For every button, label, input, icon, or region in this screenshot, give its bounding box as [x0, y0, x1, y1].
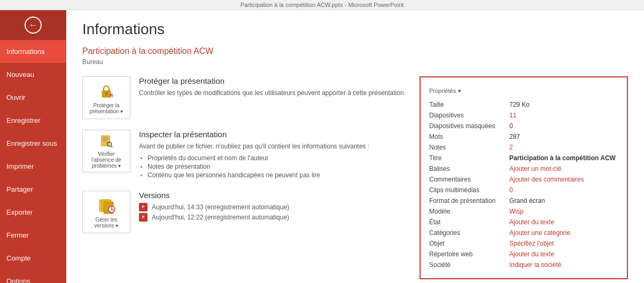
- prop-value: 0: [509, 122, 618, 130]
- prop-row: Notes2: [429, 144, 618, 151]
- prop-label: Commentaires: [429, 176, 509, 183]
- prop-row: CatégoriesAjouter une catégorie: [429, 229, 618, 237]
- prop-value[interactable]: Indiquer la société: [509, 261, 618, 269]
- version-item: PAujourd'hui, 14:33 (enregistrement auto…: [139, 203, 289, 211]
- content-area: Informations Participation à la compétit…: [66, 10, 644, 283]
- prop-value: 0: [509, 186, 618, 194]
- prop-row: Diapositives11: [429, 112, 618, 119]
- prop-value[interactable]: Spécifiez l'objet: [509, 240, 618, 247]
- prop-label: Répertoire web: [429, 250, 509, 258]
- section-desc-inspecter: Avant de publier ce fichier, n'oubliez p…: [139, 142, 369, 151]
- prop-label: Clips multimédias: [429, 186, 509, 194]
- prop-row: Diapositives masquées0: [429, 122, 618, 130]
- sidebar-item-imprimer[interactable]: Imprimer: [0, 155, 66, 178]
- sidebar-item-nouveau[interactable]: Nouveau: [0, 63, 66, 86]
- svg-rect-2: [106, 94, 107, 96]
- section-info-proteger: Protéger la présentationContrôler les ty…: [139, 76, 406, 101]
- section-icon-proteger[interactable]: ★ Protéger la présentation ▾: [82, 76, 130, 119]
- section-items-inspecter: Propriétés du document et nom de l'auteu…: [139, 154, 369, 179]
- file-location: Bureau: [82, 58, 628, 66]
- sidebar-item-enregistrer[interactable]: Enregistrer: [0, 109, 66, 132]
- prop-value[interactable]: Ajouter une catégorie: [509, 229, 618, 237]
- properties-title: Propriétés ▾: [429, 86, 618, 95]
- prop-value: 2: [509, 144, 618, 151]
- svg-rect-6: [103, 137, 108, 138]
- prop-label: Balises: [429, 165, 509, 172]
- sidebar-item-fermer[interactable]: Fermer: [0, 224, 66, 247]
- section-title-proteger: Protéger la présentation: [139, 76, 406, 85]
- list-item: Notes de présentation: [139, 163, 369, 170]
- sidebar-nav: InformationsNouveauOuvrirEnregistrerEnre…: [0, 40, 66, 247]
- sidebar-item-enregistrer-sous[interactable]: Enregistrer sous: [0, 132, 66, 155]
- sections-list: ★ Protéger la présentation ▾Protéger la …: [82, 76, 409, 279]
- prop-row: ÉtatAjouter du texte: [429, 218, 618, 226]
- section-title-inspecter: Inspecter la présentation: [139, 130, 369, 139]
- prop-row: BalisesAjouter un mot-clé: [429, 165, 618, 172]
- section-icon-inspecter[interactable]: Vérifier l'absence de problèmes ▾: [82, 130, 130, 172]
- section-icon-versions[interactable]: Gérer les versions ▾: [82, 191, 130, 233]
- sidebar-item-informations[interactable]: Informations: [0, 40, 66, 63]
- prop-label: Titre: [429, 154, 509, 162]
- file-title: Participation à la compétition ACW: [82, 46, 628, 56]
- prop-row: Taille729 Ko: [429, 101, 618, 108]
- prop-value: 729 Ko: [509, 101, 618, 108]
- svg-line-10: [111, 146, 112, 147]
- sidebar-item-ouvrir[interactable]: Ouvrir: [0, 86, 66, 109]
- prop-value: 287: [509, 133, 618, 140]
- prop-row: Mots287: [429, 133, 618, 140]
- section-info-versions: VersionsPAujourd'hui, 14:33 (enregistrem…: [139, 191, 289, 223]
- back-arrow-icon[interactable]: ←: [25, 17, 42, 34]
- prop-row: TitreParticipation à la compétition ACW: [429, 154, 618, 162]
- back-button[interactable]: ←: [0, 10, 66, 40]
- section-versions: Gérer les versions ▾VersionsPAujourd'hui…: [82, 191, 409, 233]
- sidebar-bottom-nav: CompteOptions: [0, 247, 66, 283]
- prop-row: SociétéIndiquer la société: [429, 261, 618, 269]
- prop-row: ModèleWisp: [429, 208, 618, 215]
- list-item: Propriétés du document et nom de l'auteu…: [139, 154, 369, 162]
- prop-value: Participation à la compétition ACW: [509, 154, 618, 162]
- sidebar-item-exporter[interactable]: Exporter: [0, 201, 66, 224]
- window-title: Participation à la compétition ACW.pptx …: [240, 2, 404, 8]
- prop-label: Notes: [429, 144, 509, 151]
- prop-label: Catégories: [429, 229, 509, 237]
- prop-value[interactable]: Ajouter du texte: [509, 218, 618, 226]
- prop-value[interactable]: Ajouter du texte: [509, 250, 618, 258]
- prop-label: Modèle: [429, 208, 509, 215]
- pptx-icon: P: [139, 203, 148, 211]
- prop-row: Clips multimédias0: [429, 186, 618, 194]
- section-inspecter: Vérifier l'absence de problèmes ▾Inspect…: [82, 130, 409, 180]
- versions-list: PAujourd'hui, 14:33 (enregistrement auto…: [139, 203, 289, 222]
- svg-rect-7: [103, 139, 108, 140]
- prop-label: Diapositives: [429, 112, 509, 119]
- list-item: Contenu que les personnes handicapées ne…: [139, 171, 369, 179]
- prop-label: Taille: [429, 101, 509, 108]
- section-proteger: ★ Protéger la présentation ▾Protéger la …: [82, 76, 409, 119]
- prop-label: Diapositives masquées: [429, 122, 509, 130]
- prop-label: Objet: [429, 240, 509, 247]
- prop-value[interactable]: Ajouter un mot-clé: [509, 165, 618, 172]
- prop-row: Répertoire webAjouter du texte: [429, 250, 618, 258]
- prop-value[interactable]: Ajouter des commentaires: [509, 176, 618, 183]
- sections-and-props: ★ Protéger la présentation ▾Protéger la …: [82, 76, 628, 279]
- properties-rows: Taille729 KoDiapositives11Diapositives m…: [429, 101, 618, 269]
- sidebar-item-options[interactable]: Options: [0, 270, 66, 283]
- prop-row: CommentairesAjouter des commentaires: [429, 176, 618, 183]
- prop-value[interactable]: Wisp: [509, 208, 618, 215]
- section-info-inspecter: Inspecter la présentationAvant de publie…: [139, 130, 369, 180]
- prop-value: 11: [509, 112, 618, 119]
- sidebar-item-compte[interactable]: Compte: [0, 247, 66, 270]
- prop-row: ObjetSpécifiez l'objet: [429, 240, 618, 247]
- section-desc-proteger: Contrôler les types de modifications que…: [139, 89, 406, 98]
- svg-rect-8: [103, 141, 107, 142]
- top-bar: Participation à la compétition ACW.pptx …: [0, 0, 644, 10]
- prop-label: Mots: [429, 133, 509, 140]
- prop-row: Format de présentationGrand écran: [429, 197, 618, 205]
- sidebar-item-partager[interactable]: Partager: [0, 178, 66, 201]
- prop-label: État: [429, 218, 509, 226]
- version-item: PAujourd'hui, 12:22 (enregistrement auto…: [139, 213, 289, 222]
- page-title: Informations: [82, 21, 628, 38]
- prop-label: Format de présentation: [429, 197, 509, 205]
- prop-value: Grand écran: [509, 197, 618, 205]
- prop-label: Société: [429, 261, 509, 269]
- section-title-versions: Versions: [139, 191, 289, 200]
